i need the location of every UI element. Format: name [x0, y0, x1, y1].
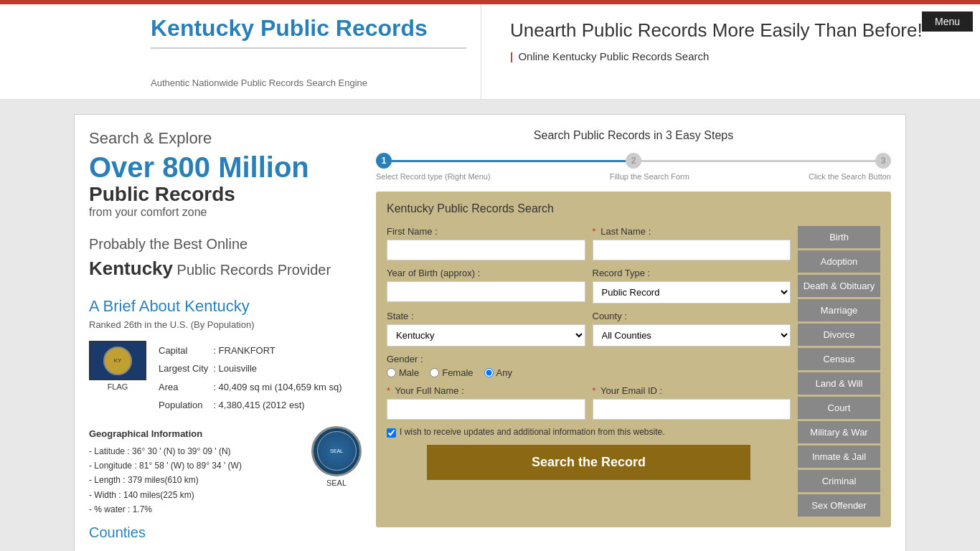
geo-3: - Length : 379 miles(610 km): [89, 473, 301, 487]
county-group: County : All Counties: [593, 311, 791, 347]
record-btn-court[interactable]: Court: [798, 397, 880, 419]
seal-image: SEAL: [311, 426, 362, 476]
step-1-circle: 1: [376, 153, 392, 169]
header-right: Unearth Public Records More Easily Than …: [481, 4, 980, 99]
counties-section: Counties: [89, 524, 362, 541]
search-button[interactable]: Search the Record: [427, 445, 750, 480]
geo-1: - Latitude : 36° 30 ' (N) to 39° 09 ' (N…: [89, 444, 301, 458]
gender-any-radio[interactable]: [484, 368, 494, 377]
population-value: : 4,380,415 (2012 est): [213, 397, 341, 413]
header-left: Kentucky Public Records Authentic Nation…: [0, 4, 481, 99]
record-btn-adoption[interactable]: Adoption: [798, 250, 880, 273]
seal-inner: SEAL: [317, 431, 357, 471]
steps-labels: Select Record type (Right Menu) Fillup t…: [376, 172, 891, 181]
step-line-2: [641, 160, 875, 162]
record-btn-birth[interactable]: Birth: [798, 226, 880, 248]
left-panel: Search & Explore Over 800 Million Public…: [89, 129, 362, 547]
area-label: Area: [159, 379, 212, 395]
comfort-text: from your comfort zone: [89, 206, 362, 219]
gender-label: Gender :: [387, 354, 791, 364]
yob-input[interactable]: [387, 281, 585, 302]
provider-text: Probably the Best Online Kentucky Public…: [89, 233, 362, 283]
state-county-row: State : Kentucky County : All Counties: [387, 311, 791, 347]
county-select[interactable]: All Counties: [593, 324, 791, 347]
logo-plain: Kentucky: [151, 15, 260, 41]
record-btn-sex-offender[interactable]: Sex Offender: [798, 494, 880, 517]
brief-heading: A Brief About Kentucky: [89, 297, 362, 316]
record-btn-death---obituary[interactable]: Death & Obituary: [798, 275, 880, 297]
flag-details: Capital : FRANKFORT Largest City : Louis…: [157, 341, 344, 415]
probably-text: Probably the Best Online: [89, 236, 248, 252]
record-btn-land---will[interactable]: Land & Will: [798, 372, 880, 395]
geo-2: - Longitude : 81° 58 ' (W) to 89° 34 ' (…: [89, 458, 301, 473]
gender-row: Gender : Male Female: [387, 354, 791, 378]
step-2-circle: 2: [626, 153, 641, 169]
email-input[interactable]: [593, 399, 791, 420]
geo-title: Geographical Information: [89, 426, 301, 442]
record-btn-inmate---jail[interactable]: Inmate & Jail: [798, 446, 880, 468]
right-panel: Search Public Records in 3 Easy Steps 1 …: [376, 129, 891, 547]
step-3-circle: 3: [875, 153, 891, 169]
record-sidebar: BirthAdoptionDeath & ObituaryMarriageDiv…: [798, 226, 880, 517]
pipe-decoration: |: [510, 50, 513, 62]
state-group: State : Kentucky: [387, 311, 585, 347]
largest-label: Largest City: [159, 360, 212, 377]
state-select[interactable]: Kentucky: [387, 324, 585, 347]
geo-4: - Width : 140 miles(225 km): [89, 488, 301, 502]
email-group: * Your Email ID :: [593, 385, 791, 420]
fullname-required: *: [387, 385, 390, 396]
search-box-title: Kentucky Public Records Search: [387, 202, 880, 215]
capital-label: Capital: [159, 342, 212, 359]
newsletter-checkbox[interactable]: [387, 428, 396, 438]
yob-record-row: Year of Birth (approx) : Record Type : P…: [387, 268, 791, 303]
public-records-title: Public Records: [89, 183, 362, 206]
gender-any-text: Any: [496, 367, 512, 378]
checkbox-label: I wish to receive updates and additional…: [400, 427, 665, 437]
geo-text: Geographical Information - Latitude : 36…: [89, 426, 301, 517]
record-type-label: Record Type :: [593, 268, 791, 278]
gender-female-label[interactable]: Female: [430, 367, 473, 378]
gender-male-radio[interactable]: [387, 368, 396, 377]
record-type-select[interactable]: Public Record: [593, 281, 791, 303]
steps-header: Search Public Records in 3 Easy Steps: [376, 129, 891, 142]
record-btn-marriage[interactable]: Marriage: [798, 299, 880, 321]
provider-label: Public Records Provider: [177, 262, 331, 278]
gender-male-label[interactable]: Male: [387, 367, 419, 378]
gender-male-text: Male: [399, 367, 419, 378]
required-star: *: [593, 226, 596, 237]
header: Kentucky Public Records Authentic Nation…: [0, 4, 980, 100]
area-value: : 40,409 sq mi (104,659 km sq): [213, 379, 341, 395]
form-and-sidebar: First Name : * Last Name :: [387, 226, 880, 517]
county-label: County :: [593, 311, 791, 321]
population-label: Population: [159, 397, 212, 413]
record-btn-criminal[interactable]: Criminal: [798, 470, 880, 492]
fullname-email-row: * Your Full Name : * Your Email ID :: [387, 385, 791, 420]
fullname-label: * Your Full Name :: [387, 385, 585, 396]
kentucky-text: Kentucky: [89, 258, 173, 279]
first-name-input[interactable]: [387, 240, 585, 260]
step-label-3: Click the Search Button: [809, 172, 891, 181]
million-text: Over 800 Million: [89, 151, 362, 183]
flag-section: KY FLAG Capital : FRANKFORT Largest City…: [89, 341, 362, 415]
ranked-text: Ranked 26th in the U.S. (By Population): [89, 319, 362, 330]
last-name-input[interactable]: [593, 240, 791, 260]
gender-female-text: Female: [442, 367, 473, 378]
subheadline-text: Online Kentucky Public Records Search: [518, 50, 709, 62]
record-btn-divorce[interactable]: Divorce: [798, 324, 880, 346]
gender-female-radio[interactable]: [430, 368, 439, 377]
search-explore-heading: Search & Explore: [89, 129, 362, 148]
name-row: First Name : * Last Name :: [387, 226, 791, 260]
menu-button[interactable]: Menu: [922, 11, 973, 32]
state-label: State :: [387, 311, 585, 321]
search-form: First Name : * Last Name :: [387, 226, 791, 517]
search-box: Kentucky Public Records Search First Nam…: [376, 192, 891, 527]
fullname-label-text: Your Full Name :: [395, 385, 463, 396]
checkbox-row: I wish to receive updates and additional…: [387, 427, 791, 438]
fullname-input[interactable]: [387, 399, 585, 420]
step-label-2: Fillup the Search Form: [610, 172, 689, 181]
record-btn-military---war[interactable]: Military & War: [798, 421, 880, 443]
gender-any-label[interactable]: Any: [484, 367, 512, 378]
record-btn-census[interactable]: Census: [798, 348, 880, 370]
yob-label: Year of Birth (approx) :: [387, 268, 585, 278]
main-container: Search & Explore Over 800 Million Public…: [74, 114, 906, 551]
